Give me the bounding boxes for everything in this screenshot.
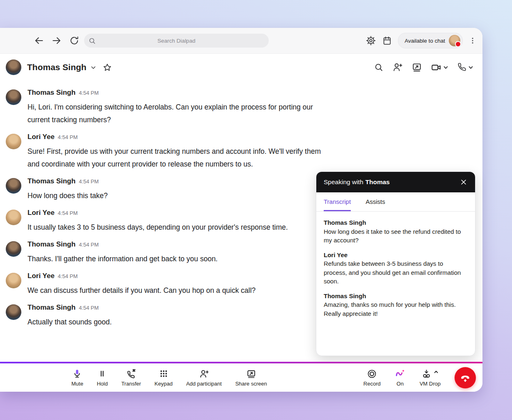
message-list: Thomas Singh4:54 PM Hi, Lori. I'm consid… xyxy=(6,89,325,335)
add-participant-button[interactable]: Add participant xyxy=(186,368,222,387)
transcript-body: Thomas Singh How long does it take to se… xyxy=(316,212,475,330)
avatar xyxy=(6,89,21,105)
favorite-star-icon[interactable] xyxy=(103,63,112,72)
call-control-bar: Mute Hold Transfer Keypad Add participan… xyxy=(0,363,482,392)
chat-message: Thomas Singh4:54 PM Hi, Lori. I'm consid… xyxy=(6,89,325,126)
more-menu-button[interactable] xyxy=(469,36,477,45)
transcript-speaker: Thomas Singh xyxy=(324,292,468,301)
transfer-button[interactable]: Transfer xyxy=(121,368,141,387)
search-bar[interactable] xyxy=(84,34,269,48)
add-person-button[interactable] xyxy=(392,62,403,73)
tab-transcript[interactable]: Transcript xyxy=(324,192,351,211)
chat-header: Thomas Singh xyxy=(6,56,473,79)
ai-state-label: On xyxy=(397,381,404,387)
search-input[interactable] xyxy=(84,37,269,44)
message-author: Thomas Singh xyxy=(27,304,75,312)
panel-title-name: Thomas xyxy=(366,178,390,186)
share-screen-button[interactable] xyxy=(411,62,422,73)
avatar xyxy=(6,273,21,288)
chat-message: Thomas Singh4:54 PM Thanks. I'll gather … xyxy=(6,240,325,265)
search-icon xyxy=(374,62,384,72)
transcript-entry: Lori Yee Refunds take between 3-5 busine… xyxy=(324,251,468,286)
panel-title-prefix: Speaking with xyxy=(324,178,363,186)
mute-button[interactable]: Mute xyxy=(71,368,83,387)
share-screen-icon xyxy=(246,369,256,379)
message-text: How long does this take? xyxy=(27,189,325,202)
transfer-label: Transfer xyxy=(121,381,141,387)
vm-drop-icon xyxy=(421,369,432,379)
availability-pill[interactable]: Available to chat xyxy=(398,33,463,48)
message-author: Thomas Singh xyxy=(27,89,75,97)
vm-drop-button[interactable]: VM Drop xyxy=(420,368,441,387)
back-button[interactable] xyxy=(34,35,44,46)
message-timestamp: 4:54 PM xyxy=(58,273,78,279)
calendar-icon xyxy=(382,36,392,46)
close-button[interactable] xyxy=(459,178,468,186)
message-text: Actually that sounds good. xyxy=(27,316,325,329)
calendar-button[interactable] xyxy=(382,36,392,46)
pause-icon xyxy=(97,369,107,379)
message-text: It usually takes 3 to 5 business days, d… xyxy=(27,221,325,234)
phone-icon xyxy=(457,62,467,72)
back-arrow-icon xyxy=(34,35,44,46)
chat-message: Lori Yee4:54 PM It usually takes 3 to 5 … xyxy=(6,209,325,234)
contact-avatar xyxy=(6,59,21,75)
call-transcript-panel: Speaking with Thomas Transcript Assists … xyxy=(316,171,475,356)
chevron-up-icon xyxy=(434,370,439,374)
avatar xyxy=(6,178,21,194)
avatar xyxy=(6,134,21,149)
hold-button[interactable]: Hold xyxy=(97,368,108,387)
kebab-menu-icon xyxy=(469,36,477,45)
keypad-button[interactable]: Keypad xyxy=(155,368,173,387)
avatar xyxy=(6,241,21,257)
chevron-down-icon xyxy=(468,65,473,70)
forward-arrow-icon xyxy=(51,35,62,46)
message-text: We can discuss further details if you wa… xyxy=(27,284,325,297)
chat-message: Thomas Singh4:54 PM Actually that sounds… xyxy=(6,304,325,329)
profile-avatar xyxy=(449,35,460,46)
call-panel-header: Speaking with Thomas xyxy=(316,172,475,192)
availability-label: Available to chat xyxy=(405,38,445,44)
message-text: Hi, Lori. I'm considering switching to A… xyxy=(27,101,325,126)
message-text: Thanks. I'll gather the information and … xyxy=(27,253,325,265)
microphone-icon xyxy=(72,369,82,379)
share-screen-icon xyxy=(411,62,422,73)
refresh-button[interactable] xyxy=(69,35,80,46)
tab-assists[interactable]: Assists xyxy=(366,192,385,211)
transcript-text: How long does it take to see the refund … xyxy=(324,227,468,245)
message-timestamp: 4:54 PM xyxy=(58,134,78,140)
chat-message: Lori Yee4:54 PM Sure! First, provide us … xyxy=(6,133,325,171)
end-call-button[interactable] xyxy=(455,367,476,388)
ai-toggle-button[interactable]: On xyxy=(395,368,406,387)
record-icon xyxy=(367,369,377,379)
message-author: Thomas Singh xyxy=(27,177,75,185)
chat-search-button[interactable] xyxy=(374,62,384,72)
person-add-icon xyxy=(199,369,209,379)
transcript-speaker: Lori Yee xyxy=(324,251,468,260)
message-author: Lori Yee xyxy=(27,272,55,280)
video-call-button[interactable] xyxy=(431,62,448,73)
refresh-icon xyxy=(69,35,80,46)
hold-label: Hold xyxy=(97,381,108,387)
message-author: Lori Yee xyxy=(27,209,55,217)
message-text: Sure! First, provide us with your curren… xyxy=(27,145,325,171)
avatar xyxy=(6,210,21,225)
transcript-speaker: Thomas Singh xyxy=(324,218,468,227)
call-button[interactable] xyxy=(457,62,473,72)
hang-up-icon xyxy=(459,372,471,383)
share-screen-button[interactable]: Share screen xyxy=(235,368,267,387)
keypad-icon xyxy=(159,369,169,379)
chat-message: Thomas Singh4:54 PM How long does this t… xyxy=(6,177,325,202)
chevron-down-icon xyxy=(443,65,448,70)
record-button[interactable]: Record xyxy=(363,368,381,387)
video-camera-icon xyxy=(431,62,442,73)
vm-drop-label: VM Drop xyxy=(420,381,441,387)
gear-icon xyxy=(366,35,376,46)
record-label: Record xyxy=(363,381,381,387)
panel-tabs: Transcript Assists xyxy=(316,192,475,212)
forward-button[interactable] xyxy=(51,35,62,46)
transcript-text: Amazing, thanks so much for your help wi… xyxy=(324,300,468,318)
settings-button[interactable] xyxy=(366,35,376,46)
share-screen-label: Share screen xyxy=(235,381,267,387)
title-chevron-down-icon[interactable] xyxy=(90,64,97,71)
